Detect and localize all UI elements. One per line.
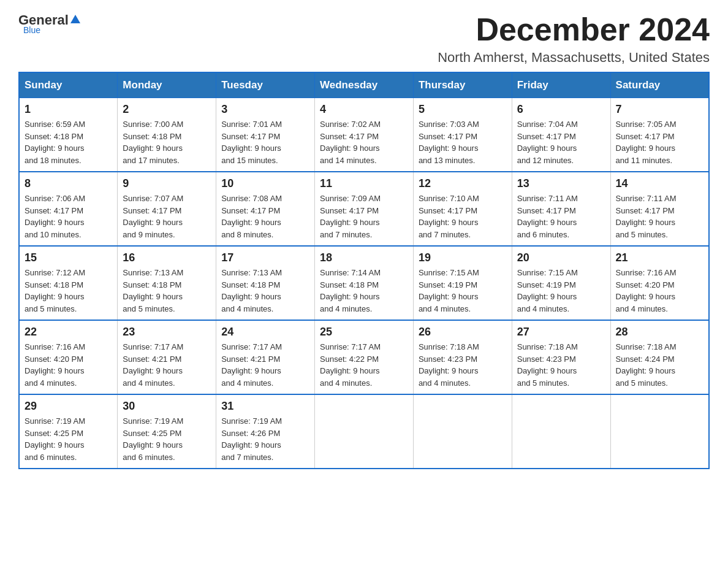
table-row: 13 Sunrise: 7:11 AM Sunset: 4:17 PM Dayl… bbox=[512, 172, 610, 246]
day-number: 24 bbox=[221, 326, 309, 339]
day-number: 2 bbox=[123, 103, 211, 116]
day-info: Sunrise: 7:17 AM Sunset: 4:21 PM Dayligh… bbox=[123, 341, 211, 389]
day-number: 20 bbox=[517, 251, 605, 264]
day-number: 5 bbox=[419, 103, 507, 116]
day-info: Sunrise: 6:59 AM Sunset: 4:18 PM Dayligh… bbox=[25, 118, 112, 166]
page-header: General Blue December 2024 North Amherst… bbox=[18, 12, 710, 66]
calendar-header-row: Sunday Monday Tuesday Wednesday Thursday… bbox=[19, 72, 709, 98]
day-number: 4 bbox=[320, 103, 408, 116]
month-title: December 2024 bbox=[438, 12, 710, 47]
day-info: Sunrise: 7:16 AM Sunset: 4:20 PM Dayligh… bbox=[25, 341, 112, 389]
calendar-week-row: 29 Sunrise: 7:19 AM Sunset: 4:25 PM Dayl… bbox=[19, 394, 709, 469]
table-row: 14 Sunrise: 7:11 AM Sunset: 4:17 PM Dayl… bbox=[610, 172, 709, 246]
calendar-week-row: 8 Sunrise: 7:06 AM Sunset: 4:17 PM Dayli… bbox=[19, 172, 709, 246]
header-sunday: Sunday bbox=[19, 72, 118, 98]
table-row: 2 Sunrise: 7:00 AM Sunset: 4:18 PM Dayli… bbox=[118, 98, 216, 172]
table-row: 3 Sunrise: 7:01 AM Sunset: 4:17 PM Dayli… bbox=[216, 98, 315, 172]
table-row: 22 Sunrise: 7:16 AM Sunset: 4:20 PM Dayl… bbox=[19, 320, 118, 394]
day-info: Sunrise: 7:11 AM Sunset: 4:17 PM Dayligh… bbox=[616, 193, 703, 240]
table-row: 16 Sunrise: 7:13 AM Sunset: 4:18 PM Dayl… bbox=[118, 246, 216, 320]
day-info: Sunrise: 7:19 AM Sunset: 4:25 PM Dayligh… bbox=[25, 415, 112, 463]
calendar-week-row: 15 Sunrise: 7:12 AM Sunset: 4:18 PM Dayl… bbox=[19, 246, 709, 320]
day-info: Sunrise: 7:19 AM Sunset: 4:26 PM Dayligh… bbox=[221, 415, 309, 463]
day-number: 23 bbox=[123, 326, 211, 339]
table-row: 6 Sunrise: 7:04 AM Sunset: 4:17 PM Dayli… bbox=[512, 98, 610, 172]
table-row: 17 Sunrise: 7:13 AM Sunset: 4:18 PM Dayl… bbox=[216, 246, 315, 320]
header-thursday: Thursday bbox=[413, 72, 512, 98]
header-wednesday: Wednesday bbox=[315, 72, 414, 98]
table-row: 28 Sunrise: 7:18 AM Sunset: 4:24 PM Dayl… bbox=[610, 320, 709, 394]
svg-marker-0 bbox=[70, 15, 80, 23]
day-number: 19 bbox=[419, 251, 507, 264]
table-row: 27 Sunrise: 7:18 AM Sunset: 4:23 PM Dayl… bbox=[512, 320, 610, 394]
table-row: 21 Sunrise: 7:16 AM Sunset: 4:20 PM Dayl… bbox=[610, 246, 709, 320]
table-row: 11 Sunrise: 7:09 AM Sunset: 4:17 PM Dayl… bbox=[315, 172, 414, 246]
day-info: Sunrise: 7:08 AM Sunset: 4:17 PM Dayligh… bbox=[221, 193, 309, 240]
day-number: 15 bbox=[25, 251, 112, 264]
table-row: 31 Sunrise: 7:19 AM Sunset: 4:26 PM Dayl… bbox=[216, 394, 315, 469]
day-info: Sunrise: 7:17 AM Sunset: 4:21 PM Dayligh… bbox=[221, 341, 309, 389]
table-row bbox=[610, 394, 709, 469]
day-info: Sunrise: 7:09 AM Sunset: 4:17 PM Dayligh… bbox=[320, 193, 408, 240]
day-number: 12 bbox=[419, 177, 507, 190]
logo-triangle-icon bbox=[70, 13, 81, 25]
location-title: North Amherst, Massachusetts, United Sta… bbox=[438, 50, 710, 66]
day-info: Sunrise: 7:10 AM Sunset: 4:17 PM Dayligh… bbox=[419, 193, 507, 240]
day-number: 31 bbox=[221, 400, 309, 413]
day-number: 6 bbox=[517, 103, 605, 116]
logo-blue-text: Blue bbox=[23, 25, 40, 35]
day-info: Sunrise: 7:15 AM Sunset: 4:19 PM Dayligh… bbox=[517, 267, 605, 315]
day-number: 10 bbox=[221, 177, 309, 190]
header-friday: Friday bbox=[512, 72, 610, 98]
table-row: 29 Sunrise: 7:19 AM Sunset: 4:25 PM Dayl… bbox=[19, 394, 118, 469]
table-row: 5 Sunrise: 7:03 AM Sunset: 4:17 PM Dayli… bbox=[413, 98, 512, 172]
day-info: Sunrise: 7:01 AM Sunset: 4:17 PM Dayligh… bbox=[221, 118, 309, 166]
day-number: 30 bbox=[123, 400, 211, 413]
day-number: 17 bbox=[221, 251, 309, 264]
day-number: 13 bbox=[517, 177, 605, 190]
day-info: Sunrise: 7:17 AM Sunset: 4:22 PM Dayligh… bbox=[320, 341, 408, 389]
logo: General Blue bbox=[18, 12, 82, 36]
day-number: 25 bbox=[320, 326, 408, 339]
day-info: Sunrise: 7:04 AM Sunset: 4:17 PM Dayligh… bbox=[517, 118, 605, 166]
calendar-week-row: 1 Sunrise: 6:59 AM Sunset: 4:18 PM Dayli… bbox=[19, 98, 709, 172]
table-row: 26 Sunrise: 7:18 AM Sunset: 4:23 PM Dayl… bbox=[413, 320, 512, 394]
table-row: 7 Sunrise: 7:05 AM Sunset: 4:17 PM Dayli… bbox=[610, 98, 709, 172]
day-number: 21 bbox=[616, 251, 703, 264]
day-info: Sunrise: 7:18 AM Sunset: 4:24 PM Dayligh… bbox=[616, 341, 703, 389]
day-info: Sunrise: 7:11 AM Sunset: 4:17 PM Dayligh… bbox=[517, 193, 605, 240]
day-number: 9 bbox=[123, 177, 211, 190]
table-row bbox=[315, 394, 414, 469]
table-row: 12 Sunrise: 7:10 AM Sunset: 4:17 PM Dayl… bbox=[413, 172, 512, 246]
table-row bbox=[512, 394, 610, 469]
table-row: 15 Sunrise: 7:12 AM Sunset: 4:18 PM Dayl… bbox=[19, 246, 118, 320]
day-info: Sunrise: 7:03 AM Sunset: 4:17 PM Dayligh… bbox=[419, 118, 507, 166]
day-number: 27 bbox=[517, 326, 605, 339]
day-info: Sunrise: 7:02 AM Sunset: 4:17 PM Dayligh… bbox=[320, 118, 408, 166]
table-row: 10 Sunrise: 7:08 AM Sunset: 4:17 PM Dayl… bbox=[216, 172, 315, 246]
table-row: 24 Sunrise: 7:17 AM Sunset: 4:21 PM Dayl… bbox=[216, 320, 315, 394]
calendar-week-row: 22 Sunrise: 7:16 AM Sunset: 4:20 PM Dayl… bbox=[19, 320, 709, 394]
day-number: 26 bbox=[419, 326, 507, 339]
day-info: Sunrise: 7:06 AM Sunset: 4:17 PM Dayligh… bbox=[25, 193, 112, 240]
header-monday: Monday bbox=[118, 72, 216, 98]
day-number: 22 bbox=[25, 326, 112, 339]
day-info: Sunrise: 7:14 AM Sunset: 4:18 PM Dayligh… bbox=[320, 267, 408, 315]
day-number: 14 bbox=[616, 177, 703, 190]
day-info: Sunrise: 7:12 AM Sunset: 4:18 PM Dayligh… bbox=[25, 267, 112, 315]
day-info: Sunrise: 7:18 AM Sunset: 4:23 PM Dayligh… bbox=[517, 341, 605, 389]
day-info: Sunrise: 7:18 AM Sunset: 4:23 PM Dayligh… bbox=[419, 341, 507, 389]
table-row: 30 Sunrise: 7:19 AM Sunset: 4:25 PM Dayl… bbox=[118, 394, 216, 469]
table-row: 9 Sunrise: 7:07 AM Sunset: 4:17 PM Dayli… bbox=[118, 172, 216, 246]
title-area: December 2024 North Amherst, Massachuset… bbox=[438, 12, 710, 66]
table-row: 19 Sunrise: 7:15 AM Sunset: 4:19 PM Dayl… bbox=[413, 246, 512, 320]
table-row: 25 Sunrise: 7:17 AM Sunset: 4:22 PM Dayl… bbox=[315, 320, 414, 394]
day-info: Sunrise: 7:05 AM Sunset: 4:17 PM Dayligh… bbox=[616, 118, 703, 166]
table-row: 4 Sunrise: 7:02 AM Sunset: 4:17 PM Dayli… bbox=[315, 98, 414, 172]
day-number: 18 bbox=[320, 251, 408, 264]
table-row: 18 Sunrise: 7:14 AM Sunset: 4:18 PM Dayl… bbox=[315, 246, 414, 320]
day-number: 16 bbox=[123, 251, 211, 264]
table-row: 1 Sunrise: 6:59 AM Sunset: 4:18 PM Dayli… bbox=[19, 98, 118, 172]
header-tuesday: Tuesday bbox=[216, 72, 315, 98]
table-row: 8 Sunrise: 7:06 AM Sunset: 4:17 PM Dayli… bbox=[19, 172, 118, 246]
